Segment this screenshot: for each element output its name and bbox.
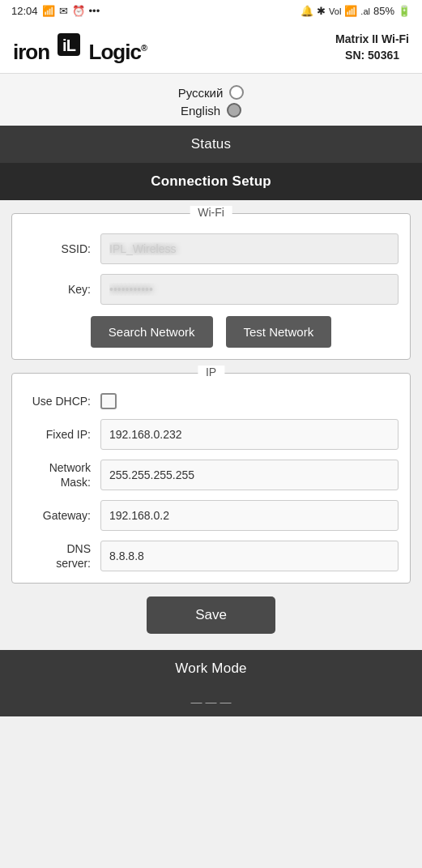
network-mask-row: NetworkMask: <box>23 460 399 490</box>
bluetooth-icon: ✱ <box>317 5 326 17</box>
network-mask-label: NetworkMask: <box>23 460 100 490</box>
status-time: 12:04 📶 ✉ ⏰ ••• <box>11 5 100 17</box>
dhcp-checkbox[interactable] <box>100 393 117 409</box>
dots-icon: ••• <box>89 5 100 17</box>
dns-label: DNSserver: <box>23 541 100 571</box>
ip-legend: IP <box>198 366 224 378</box>
lang-russian-row[interactable]: Русский <box>178 85 245 100</box>
lang-english-radio[interactable] <box>227 103 241 118</box>
lang-russian-radio[interactable] <box>229 85 244 100</box>
lang-english-row[interactable]: English <box>181 103 241 118</box>
dhcp-label: Use DHCP: <box>23 394 100 408</box>
wifi-button-row: Search Network Test Network <box>23 316 399 348</box>
search-network-button[interactable]: Search Network <box>91 316 213 348</box>
status-right: 🔔 ✱ Vol 📶 .al 85% 🔋 <box>301 5 411 17</box>
save-button[interactable]: Save <box>147 596 275 634</box>
lte-icon: Vol <box>329 6 341 16</box>
ssid-input[interactable] <box>100 233 399 264</box>
lang-russian-label: Русский <box>178 86 224 100</box>
device-name: Matrix II Wi-Fi <box>335 32 409 48</box>
fixed-ip-row: Fixed IP: <box>23 419 399 450</box>
lang-english-label: English <box>181 104 220 118</box>
logo-text: iron iL Logic® <box>13 30 147 65</box>
fixed-ip-label: Fixed IP: <box>23 428 100 441</box>
battery-level: 85% <box>373 5 394 17</box>
serial-number: SN: 50361 <box>335 48 409 64</box>
connection-setup-nav-button[interactable]: Connection Setup <box>0 163 422 200</box>
time-display: 12:04 <box>11 5 38 17</box>
fixed-ip-input[interactable] <box>100 419 399 450</box>
key-label: Key: <box>23 283 100 296</box>
status-nav-button[interactable]: Status <box>0 126 422 163</box>
network-mask-input[interactable] <box>100 460 399 490</box>
gateway-input[interactable] <box>100 500 399 531</box>
language-section: Русский English <box>0 74 422 126</box>
svg-text:iL: iL <box>62 36 76 54</box>
dhcp-row: Use DHCP: <box>23 393 399 409</box>
app-header: iron iL Logic® Matrix II Wi-Fi SN: 50361 <box>0 22 422 74</box>
bottom-hint: — — — <box>0 687 422 716</box>
device-info: Matrix II Wi-Fi SN: 50361 <box>335 32 409 63</box>
gateway-row: Gateway: <box>23 500 399 531</box>
ip-section: IP Use DHCP: Fixed IP: NetworkMask: Gate… <box>11 373 411 584</box>
dns-input[interactable] <box>100 541 399 571</box>
work-mode-nav-button[interactable]: Work Mode <box>0 650 422 687</box>
signal-icon: .al <box>360 6 370 16</box>
wifi2-icon: 📶 <box>344 5 357 17</box>
main-content: Wi-Fi SSID: Key: Search Network Test Net… <box>0 200 422 650</box>
save-container: Save <box>11 596 411 634</box>
ssid-row: SSID: <box>23 233 399 264</box>
ssid-label: SSID: <box>23 242 100 255</box>
logo-icon: iL <box>54 30 83 59</box>
test-network-button[interactable]: Test Network <box>226 316 332 348</box>
key-input[interactable] <box>100 274 399 305</box>
logo-area: iron iL Logic® <box>13 30 147 65</box>
controller-params-hint: — — — <box>191 695 232 708</box>
wifi-icon: 📶 <box>42 5 55 17</box>
wifi-legend: Wi-Fi <box>190 206 232 219</box>
alarm-icon: 🔔 <box>301 5 313 17</box>
dns-row: DNSserver: <box>23 541 399 571</box>
battery-icon: 🔋 <box>398 5 411 17</box>
status-bar: 12:04 📶 ✉ ⏰ ••• 🔔 ✱ Vol 📶 .al 85% 🔋 <box>0 0 422 22</box>
wifi-section: Wi-Fi SSID: Key: Search Network Test Net… <box>11 213 411 360</box>
gateway-label: Gateway: <box>23 509 100 522</box>
key-row: Key: <box>23 274 399 305</box>
mail-icon: ✉ <box>59 5 68 17</box>
clock-icon: ⏰ <box>72 5 85 17</box>
